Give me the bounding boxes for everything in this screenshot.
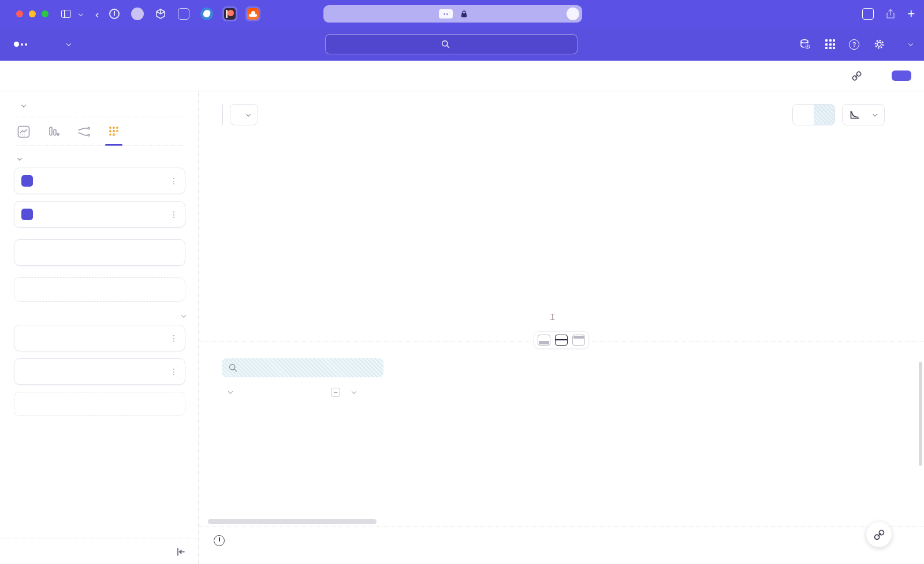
chevron-down-icon (66, 41, 71, 46)
step-badge (21, 209, 33, 220)
retention-step-2[interactable]: ⋮ (14, 201, 185, 228)
soundcloud-icon (247, 8, 259, 20)
cube-icon (155, 8, 166, 20)
maximize-window-button[interactable] (42, 10, 49, 17)
nav-reports[interactable] (63, 43, 70, 46)
kebab-menu-icon[interactable]: ⋮ (170, 333, 178, 343)
chevron-down-icon (228, 389, 233, 394)
js-icon (178, 8, 189, 20)
traffic-lights (0, 10, 49, 17)
chevron-down-icon (873, 112, 877, 116)
notion-extension-icon[interactable] (862, 8, 874, 20)
layout-toggle-group (534, 331, 589, 349)
kebab-menu-icon[interactable]: ⋮ (170, 367, 178, 376)
chevron-down-icon (181, 313, 186, 317)
global-search[interactable] (325, 34, 578, 54)
compare-button[interactable] (230, 104, 258, 125)
breakdown-gender[interactable]: ⋮ (14, 358, 185, 385)
step-badge (21, 175, 33, 187)
kebab-menu-icon[interactable]: ⋮ (170, 176, 178, 185)
chevron-down-icon (352, 389, 356, 394)
tab-funnels[interactable] (46, 124, 61, 139)
ring-icon (109, 9, 120, 19)
sidebar-toggle-icon[interactable] (61, 10, 71, 18)
bird-icon (200, 8, 213, 20)
help-icon[interactable]: ? (849, 39, 859, 50)
breakdown-scope-dropdown[interactable] (178, 314, 185, 318)
chevron-down-icon (21, 102, 26, 107)
report-header (0, 61, 924, 91)
chart-type-dropdown[interactable] (842, 104, 885, 125)
add-breakdown-button[interactable] (14, 392, 185, 416)
project-switcher[interactable] (899, 43, 912, 46)
add-filter-button[interactable] (14, 277, 185, 302)
layout-table-only-button[interactable] (572, 335, 585, 346)
tab-avatar[interactable] (130, 6, 145, 21)
tab-js[interactable] (176, 6, 191, 21)
horizontal-scrollbar[interactable] (208, 519, 377, 524)
kebab-menu-icon[interactable]: ⋮ (170, 210, 178, 219)
value-format-toggle (792, 104, 835, 125)
link-icon (874, 529, 885, 540)
mouse-cursor: ⌶ (550, 311, 555, 322)
absolute-number-toggle[interactable] (793, 105, 814, 125)
query-builder-sidebar: ⋮ ⋮ ⋮ ⋮ (0, 91, 199, 564)
gender-column-header[interactable]: − (331, 388, 434, 397)
chevron-down-icon (908, 41, 913, 46)
data-management-icon[interactable] (799, 38, 811, 51)
layout-split-button[interactable] (555, 335, 568, 346)
retention-chart[interactable] (210, 143, 912, 314)
chevron-down-icon (17, 155, 22, 160)
percent-toggle[interactable] (814, 105, 834, 125)
minimize-window-button[interactable] (29, 10, 36, 17)
back-button[interactable]: ‹ (95, 9, 99, 20)
analyze-value-dropdown[interactable] (18, 104, 25, 107)
tab-soundcloud[interactable] (245, 6, 260, 21)
tab-insights[interactable] (16, 124, 31, 139)
avatar (131, 8, 144, 20)
tab-ring-icon[interactable] (107, 6, 122, 21)
share-icon[interactable] (885, 9, 896, 19)
copy-link-icon[interactable] (852, 71, 862, 81)
browser-chrome: ‹ + (0, 0, 924, 28)
table-search-input[interactable] (222, 358, 383, 377)
save-button[interactable] (892, 70, 911, 81)
close-window-button[interactable] (16, 10, 23, 17)
patreon-icon (224, 8, 236, 20)
collapse-sidebar-icon[interactable] (176, 548, 185, 556)
table-header: − (222, 381, 924, 403)
report-type-tabs (16, 117, 185, 146)
retention-criteria-control[interactable] (14, 239, 185, 266)
tab-flows[interactable] (76, 124, 91, 139)
tab-retention[interactable] (106, 124, 121, 139)
url-more-button[interactable] (567, 8, 579, 20)
breakdown-platform[interactable]: ⋮ (14, 325, 185, 351)
vertical-scrollbar[interactable] (919, 362, 922, 466)
retention-step-1[interactable]: ⋮ (14, 168, 185, 194)
mixpanel-logo[interactable] (14, 42, 27, 47)
share-link-fab[interactable] (866, 522, 892, 547)
report-canvas: ⌶ − (199, 91, 924, 564)
tab-cube[interactable] (153, 6, 168, 21)
search-icon (441, 40, 450, 49)
date-range-group (222, 104, 223, 125)
retention-section-header[interactable] (14, 157, 185, 161)
retention-curve-icon (850, 110, 860, 119)
new-tab-button[interactable]: + (907, 6, 915, 21)
chevron-down-icon (246, 112, 251, 116)
lock-icon (461, 10, 467, 18)
settings-gear-icon[interactable] (873, 38, 885, 50)
tab-bird[interactable] (199, 6, 214, 21)
tab-patreon[interactable] (222, 6, 237, 21)
url-bar[interactable] (323, 5, 582, 23)
mixpanel-nav: ? (0, 28, 924, 61)
search-icon (229, 363, 237, 372)
footer-bar (199, 526, 924, 564)
platform-column-header[interactable] (222, 391, 329, 394)
layout-chart-only-button[interactable] (538, 335, 550, 346)
site-favicon (439, 9, 453, 18)
segments-icon (214, 535, 225, 546)
indeterminate-checkbox[interactable]: − (331, 388, 340, 397)
chevron-down-icon[interactable] (79, 12, 83, 16)
apps-grid-icon[interactable] (825, 39, 835, 49)
